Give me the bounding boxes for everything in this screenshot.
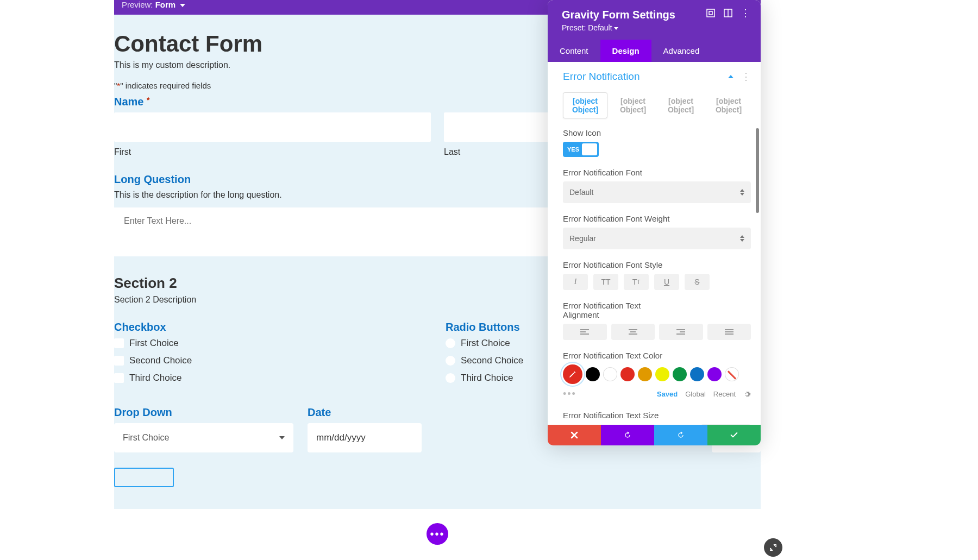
more-colors-icon[interactable]: ••• [563,388,576,400]
color-swatch[interactable] [655,367,669,381]
redo-button[interactable] [654,425,707,445]
undo-icon [623,431,632,439]
section-title[interactable]: Error Notification [563,71,640,83]
device-tab[interactable]: [object Object] [659,92,703,118]
radio-icon [446,338,455,348]
palette-global[interactable]: Global [685,390,706,398]
gear-icon[interactable] [743,391,751,398]
preset-selector[interactable]: Preset: Default [562,23,675,32]
expand-icon [769,543,778,552]
color-swatch[interactable] [673,367,687,381]
more-icon[interactable]: ⋮ [741,9,750,17]
show-icon-label: Show Icon [563,128,751,137]
color-swatch[interactable] [620,367,635,381]
toggle-knob [582,143,597,155]
undo-button[interactable] [601,425,654,445]
color-swatch[interactable] [707,367,722,381]
color-swatch[interactable] [586,367,600,381]
align-justify-button[interactable] [707,324,751,340]
device-tab[interactable]: [object Object] [611,92,655,118]
underline-button[interactable]: U [654,274,679,290]
tab-advanced[interactable]: Advanced [651,40,712,62]
tab-design[interactable]: Design [600,40,651,62]
snap-icon[interactable] [724,9,732,17]
radio-icon [446,373,455,383]
date-input[interactable]: mm/dd/yyyy [308,423,422,452]
checkbox-icon [114,356,124,366]
redo-icon [676,431,685,439]
checkbox-icon [114,338,124,348]
tab-content[interactable]: Content [548,40,600,62]
svg-rect-0 [707,9,714,17]
checkbox-option[interactable]: Third Choice [114,373,429,383]
font-label: Error Notification Font [563,168,751,177]
preview-value: Form [155,0,176,9]
check-icon [730,431,738,439]
strikethrough-button[interactable]: S [685,274,710,290]
chevron-down-icon [614,27,618,30]
chevron-up-icon[interactable] [728,75,734,78]
resize-handle[interactable] [764,538,782,557]
checkbox-option[interactable]: First Choice [114,338,429,349]
close-button[interactable] [548,425,601,445]
expand-icon[interactable] [706,9,715,17]
color-swatch[interactable] [638,367,652,381]
show-icon-toggle[interactable]: YES [563,142,599,157]
sort-icon [740,189,744,196]
submit-button[interactable] [114,468,174,487]
style-label: Error Notification Font Style [563,260,751,269]
settings-panel: Gravity Form Settings Preset: Default ⋮ … [548,0,761,445]
dropdown-input[interactable]: First Choice [114,423,293,452]
checkbox-icon [114,373,124,383]
scrollbar[interactable] [756,128,759,213]
align-left-button[interactable] [563,324,607,340]
sort-icon [740,235,744,242]
font-select[interactable]: Default [563,181,751,203]
module-actions-button[interactable]: ••• [427,523,448,545]
palette-saved[interactable]: Saved [657,390,678,398]
color-swatch-selected[interactable] [563,364,582,384]
checkbox-option[interactable]: Second Choice [114,355,429,366]
device-tab[interactable]: [object Object] [706,92,751,118]
italic-button[interactable]: I [563,274,588,290]
save-button[interactable] [707,425,761,445]
dropdown-label: Drop Down [114,406,293,419]
preview-label: Preview: [122,0,153,9]
settings-title: Gravity Form Settings [562,9,675,21]
weight-select[interactable]: Regular [563,228,751,249]
size-label: Error Notification Text Size [563,411,751,420]
first-name-input[interactable] [114,112,431,142]
color-swatch[interactable] [690,367,704,381]
device-tab[interactable]: [object Object] [563,92,607,118]
more-icon[interactable]: ⋮ [741,72,751,81]
date-label: Date [308,406,422,419]
weight-label: Error Notification Font Weight [563,214,751,223]
chevron-down-icon [180,4,185,7]
radio-icon [446,356,455,366]
eyedropper-icon [568,370,577,379]
uppercase-button[interactable]: TT [593,274,618,290]
color-label: Error Notification Text Color [563,351,751,360]
smallcaps-button[interactable]: TT [624,274,649,290]
chevron-down-icon [279,436,285,439]
align-center-button[interactable] [611,324,655,340]
size-input[interactable]: 16px [701,424,751,425]
align-right-button[interactable] [659,324,703,340]
palette-recent[interactable]: Recent [713,390,736,398]
checkbox-label: Checkbox [114,321,429,334]
align-label: Error Notification Text Alignment [563,301,650,319]
svg-rect-1 [709,11,712,15]
color-swatch[interactable] [603,367,617,381]
first-sublabel: First [114,147,431,157]
close-icon [570,431,578,439]
color-swatch-none[interactable] [725,367,739,381]
dots-icon: ••• [430,528,444,540]
asterisk-icon: * [147,96,149,104]
